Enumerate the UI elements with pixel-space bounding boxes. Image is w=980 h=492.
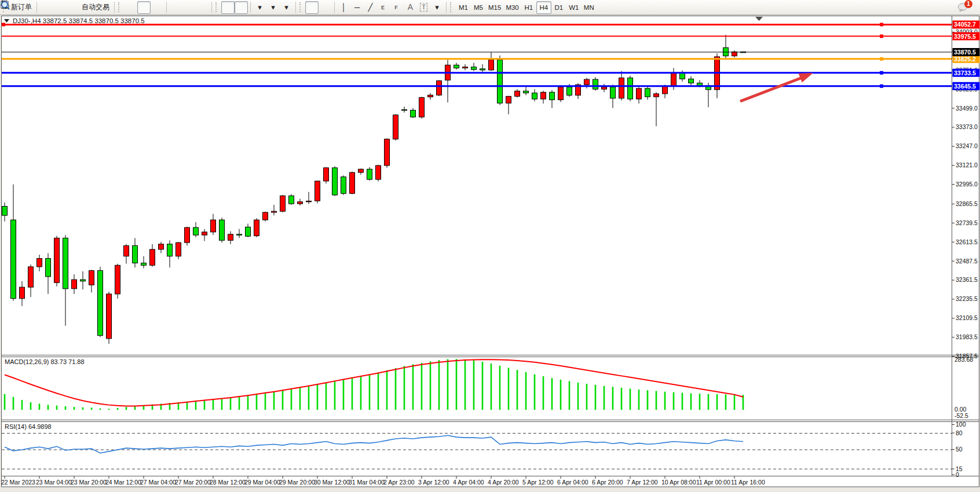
search-button[interactable] (938, 1, 952, 14)
svg-text:32613.5: 32613.5 (956, 238, 978, 245)
svg-text:23 Mar 20:00: 23 Mar 20:00 (71, 479, 107, 486)
svg-text:33733.5: 33733.5 (954, 69, 976, 76)
channel-letter: E (381, 5, 385, 10)
timeframe-mn[interactable]: MN (582, 1, 597, 14)
terminal-window: { "toolbar": { "new_order": "新订单", "auto… (0, 0, 980, 492)
line-chart-button[interactable] (151, 1, 164, 14)
svg-text:33825.2: 33825.2 (954, 56, 976, 63)
svg-text:32995.0: 32995.0 (956, 181, 978, 188)
chevron-down-icon: ▾ (258, 3, 262, 11)
svg-text:32235.5: 32235.5 (956, 295, 978, 302)
bar-chart-button[interactable] (124, 1, 137, 14)
timeframe-m5[interactable]: M5 (471, 1, 486, 14)
svg-text:30 Mar 12:00: 30 Mar 12:00 (314, 479, 350, 486)
toolbar-separator (166, 2, 167, 13)
toolbar-drag-handle[interactable] (118, 2, 122, 12)
svg-text:100: 100 (956, 421, 966, 428)
timeframe-m15[interactable]: M15 (486, 1, 503, 14)
svg-text:24 Mar 12:00: 24 Mar 12:00 (105, 479, 141, 486)
svg-text:11 Apr 00:00: 11 Apr 00:00 (696, 479, 730, 486)
vertical-line-button[interactable]: │ (337, 1, 350, 14)
notifications-button[interactable]: 1 (955, 1, 972, 14)
toolbar-right-group: 1 (938, 1, 978, 14)
svg-text:6 Apr 20:00: 6 Apr 20:00 (592, 479, 623, 486)
periods-button[interactable]: ▾ (266, 1, 280, 14)
timeframe-d1[interactable]: D1 (551, 1, 566, 14)
svg-text:4 Apr 04:00: 4 Apr 04:00 (453, 479, 484, 486)
trendline-ic on: ╱ (368, 3, 373, 11)
text-icon: A (408, 3, 413, 11)
templates-button[interactable]: ▾ (280, 1, 293, 14)
timeframe-label: H1 (524, 4, 533, 11)
timeframe-m1[interactable]: M1 (456, 1, 471, 14)
svg-text:31983.5: 31983.5 (956, 333, 978, 340)
signals-button[interactable] (66, 1, 79, 14)
svg-text:MACD(12,26,9) 83.73 71.88: MACD(12,26,9) 83.73 71.88 (5, 358, 85, 365)
zoom-in-button[interactable] (169, 1, 182, 14)
zoom-out-button[interactable] (182, 1, 196, 14)
toolbar-separator (250, 2, 251, 13)
arrows-button[interactable]: ▾ (430, 1, 444, 14)
horizontal-line-button[interactable]: ─ (350, 1, 364, 14)
toolbar-separator (211, 2, 212, 13)
timeframe-h4[interactable]: H4 (536, 1, 551, 14)
timeframe-label: W1 (569, 4, 579, 11)
text-label-button[interactable]: T (417, 1, 430, 14)
market-panel-button[interactable] (39, 1, 53, 14)
auto-scroll-button[interactable] (221, 1, 235, 14)
new-order-button[interactable]: 新订单 (9, 1, 34, 14)
svg-text:28 Mar 12:00: 28 Mar 12:00 (210, 479, 246, 486)
svg-text:DJ30-,H4 33872.5 33874.5 3387: DJ30-,H4 33872.5 33874.5 33870.5 33870.5 (13, 17, 145, 24)
toolbar-separator (114, 2, 115, 13)
svg-text:33645.5: 33645.5 (954, 83, 976, 90)
vertical-line-icon: │ (341, 3, 346, 11)
timeframe-w1[interactable]: W1 (566, 1, 582, 14)
toolbar-separator (36, 2, 37, 13)
text-label-icon: T (420, 3, 427, 12)
toolbar-drag-handle[interactable] (450, 2, 454, 12)
crosshair-button[interactable] (319, 1, 332, 14)
svg-text:31 Mar 04:00: 31 Mar 04:00 (349, 479, 385, 486)
equidistant-channel-button[interactable]: E (377, 1, 390, 14)
toolbar-drag-handle[interactable] (299, 2, 303, 12)
chart-canvas[interactable]: MACD(12,26,9) 83.73 71.88283.680.00-52.5… (0, 0, 980, 492)
toolbar-drag-handle[interactable] (215, 2, 219, 12)
svg-text:80: 80 (956, 429, 963, 436)
cursor-button[interactable] (305, 1, 319, 14)
svg-text:27 Mar 04:00: 27 Mar 04:00 (140, 479, 176, 486)
svg-text:32865.5: 32865.5 (956, 200, 978, 207)
tile-windows-button[interactable] (196, 1, 209, 14)
candlestick-chart-button[interactable] (137, 1, 151, 14)
svg-text:10 Apr 08:00: 10 Apr 08:00 (661, 479, 696, 486)
timeframe-label: D1 (554, 4, 563, 11)
timeframe-label: M1 (459, 4, 468, 11)
toolbar-separator (295, 2, 296, 13)
svg-text:33870.5: 33870.5 (954, 49, 976, 56)
trendline-button[interactable]: ╱ (364, 1, 377, 14)
toolbar-separator (446, 2, 447, 13)
text-button[interactable]: A (404, 1, 417, 14)
svg-text:33121.0: 33121.0 (956, 161, 978, 168)
svg-text:29 Mar 04:00: 29 Mar 04:00 (244, 479, 280, 486)
svg-text:32109.5: 32109.5 (956, 314, 978, 321)
timeframe-m30[interactable]: M30 (503, 1, 521, 14)
chart-shift-button[interactable] (235, 1, 248, 14)
indicators-button[interactable]: ▾ (253, 1, 266, 14)
fibonacci-button[interactable]: F (390, 1, 404, 14)
svg-text:5 Apr 12:00: 5 Apr 12:00 (522, 479, 554, 486)
svg-text:32739.5: 32739.5 (956, 219, 978, 226)
svg-text:33373.0: 33373.0 (956, 123, 978, 130)
auto-trading-button[interactable]: 自动交易 (79, 1, 112, 14)
svg-text:6 Apr 04:00: 6 Apr 04:00 (557, 479, 588, 486)
svg-text:34052.7: 34052.7 (954, 21, 976, 28)
svg-text:32361.5: 32361.5 (956, 276, 978, 283)
timeframe-label: M15 (488, 4, 501, 11)
chart-window-button[interactable] (53, 1, 66, 14)
timeframe-h1[interactable]: H1 (521, 1, 536, 14)
toolbar-separator (334, 2, 335, 13)
svg-text:23 Mar 04:00: 23 Mar 04:00 (36, 479, 72, 486)
svg-text:4 Apr 20:00: 4 Apr 20:00 (488, 479, 519, 486)
chevron-down-icon: ▾ (435, 3, 439, 11)
svg-text:0: 0 (956, 471, 959, 478)
fibo-letter: F (394, 5, 398, 10)
